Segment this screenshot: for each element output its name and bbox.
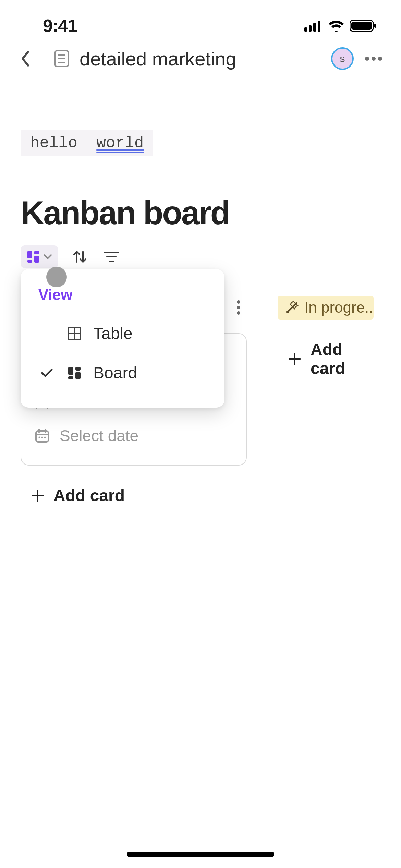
document-icon xyxy=(53,50,70,67)
table-icon xyxy=(67,326,82,341)
code-block[interactable]: hello world xyxy=(21,130,153,156)
column-label-in-progress[interactable]: In progre.. xyxy=(278,296,374,320)
svg-rect-25 xyxy=(36,431,48,442)
view-option-board[interactable]: Board xyxy=(30,353,215,393)
view-option-label: Table xyxy=(93,324,133,343)
code-word-world: world xyxy=(96,134,144,152)
plus-icon xyxy=(288,352,302,366)
svg-rect-16 xyxy=(34,251,39,254)
calendar-icon xyxy=(35,429,49,443)
view-popover-title: View xyxy=(30,284,215,314)
svg-point-23 xyxy=(237,311,240,315)
svg-rect-0 xyxy=(304,27,307,32)
column-menu-button[interactable] xyxy=(230,299,247,316)
cellular-icon xyxy=(304,20,323,32)
wifi-icon xyxy=(328,20,345,32)
svg-rect-3 xyxy=(318,21,320,32)
view-option-label: Board xyxy=(93,363,137,382)
sort-button[interactable] xyxy=(70,247,90,267)
board-icon xyxy=(67,366,82,380)
view-popover: View Table Board xyxy=(21,269,224,408)
status-bar: 9:41 xyxy=(0,0,401,41)
ellipsis-icon xyxy=(365,56,382,61)
status-time: 9:41 xyxy=(43,15,77,36)
view-switcher-button[interactable] xyxy=(21,245,58,268)
svg-point-30 xyxy=(41,437,43,438)
avatar[interactable]: s xyxy=(331,47,354,70)
view-toolbar xyxy=(21,245,380,268)
status-icons xyxy=(304,19,377,32)
svg-rect-2 xyxy=(313,23,316,32)
board-icon xyxy=(27,250,40,263)
svg-rect-1 xyxy=(309,25,312,32)
column-label-text: In progre.. xyxy=(304,299,373,316)
card-date-field[interactable]: Select date xyxy=(35,420,232,451)
more-button[interactable] xyxy=(363,48,384,69)
chevron-left-icon xyxy=(21,50,30,67)
page-title[interactable]: detailed marketing xyxy=(80,48,321,70)
filter-icon xyxy=(104,251,119,263)
svg-point-21 xyxy=(237,300,240,304)
svg-point-34 xyxy=(286,311,289,313)
svg-rect-17 xyxy=(34,256,39,263)
chevron-down-icon xyxy=(43,254,52,260)
svg-point-12 xyxy=(372,57,376,61)
vertical-ellipsis-icon xyxy=(236,300,241,315)
check-icon xyxy=(38,368,56,378)
column-header-in-progress: In progre.. xyxy=(278,296,380,320)
add-card-button-in-progress[interactable]: Add card xyxy=(278,333,380,385)
app-header: detailed marketing s xyxy=(0,41,401,82)
board-heading[interactable]: Kanban board xyxy=(21,194,380,232)
filter-button[interactable] xyxy=(101,247,121,267)
plus-icon xyxy=(31,489,45,503)
svg-point-22 xyxy=(237,306,240,309)
svg-rect-6 xyxy=(374,24,376,28)
svg-rect-40 xyxy=(68,367,73,375)
add-card-label: Add card xyxy=(53,486,125,505)
svg-rect-42 xyxy=(75,367,81,371)
code-word-hello: hello xyxy=(30,134,77,152)
add-card-label: Add card xyxy=(311,340,370,378)
svg-rect-14 xyxy=(27,251,32,258)
sort-icon xyxy=(72,249,88,265)
back-button[interactable] xyxy=(17,50,34,67)
svg-rect-43 xyxy=(75,372,81,379)
home-indicator xyxy=(127,852,274,857)
tools-icon xyxy=(285,301,299,314)
battery-icon xyxy=(350,19,377,32)
svg-rect-5 xyxy=(351,22,372,30)
svg-point-29 xyxy=(39,437,40,438)
svg-point-11 xyxy=(365,57,369,61)
svg-rect-15 xyxy=(27,260,32,263)
view-option-table[interactable]: Table xyxy=(30,314,215,353)
svg-rect-41 xyxy=(68,376,73,379)
svg-point-31 xyxy=(44,437,46,438)
add-card-button-todo[interactable]: Add card xyxy=(21,479,247,512)
card-date-placeholder: Select date xyxy=(60,426,138,445)
touch-indicator xyxy=(46,267,67,287)
column-in-progress: In progre.. Add card xyxy=(278,296,380,512)
svg-point-13 xyxy=(378,57,382,61)
